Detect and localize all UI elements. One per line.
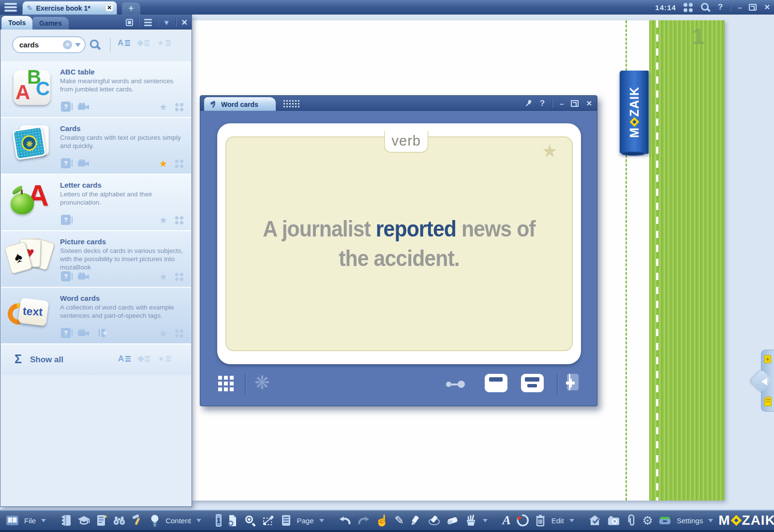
sort-by-favorite-button[interactable]: ★ — [157, 38, 170, 48]
eraser-icon[interactable] — [446, 514, 459, 527]
clipboard-icon[interactable] — [764, 398, 772, 406]
new-tab-button[interactable]: + — [122, 2, 140, 15]
favorite-star-icon[interactable]: ★ — [159, 215, 167, 226]
item-grid-icon[interactable] — [175, 216, 183, 224]
search-clear-icon[interactable]: ✕ — [63, 40, 72, 49]
dialog-minimize-button[interactable]: – — [560, 100, 564, 108]
dialog-tab[interactable]: Word cards — [204, 97, 276, 111]
pointer-hand-icon[interactable]: ☝ — [375, 514, 389, 527]
item-grid-icon[interactable] — [175, 160, 183, 168]
file-menu-chevron-icon[interactable] — [41, 519, 46, 525]
word-card[interactable]: verb ★ A journalist reported news of the… — [217, 123, 581, 364]
tab-close-icon[interactable]: ✕ — [106, 5, 113, 11]
item-help-icon[interactable]: ? — [61, 102, 71, 112]
drawing-tools-chevron-icon[interactable] — [483, 519, 488, 525]
favorite-star-icon-active[interactable]: ★ — [159, 158, 167, 169]
dialog-close-button[interactable]: ✕ — [586, 99, 592, 108]
favorite-star-icon[interactable]: ★ — [159, 102, 167, 113]
deck-grid-view-button[interactable] — [218, 376, 234, 391]
binoculars-icon[interactable] — [113, 514, 126, 527]
list-item-abc-table[interactable]: ABC ABC table Make meaningful words and … — [1, 61, 191, 118]
list-item-letter-cards[interactable]: A Letter cards Letters of the alphabet a… — [1, 175, 191, 231]
content-menu[interactable]: Content — [165, 517, 191, 525]
part-of-speech-tag[interactable]: verb — [384, 130, 429, 153]
sort-by-type-button[interactable] — [138, 354, 150, 364]
dialog-pin-icon[interactable] — [524, 99, 533, 108]
zoom-icon[interactable] — [244, 514, 257, 527]
settings-menu[interactable]: Settings — [677, 517, 703, 525]
search-input[interactable]: cards ✕ — [12, 36, 86, 53]
page-menu[interactable]: Page — [297, 517, 314, 525]
add-page-icon[interactable] — [227, 514, 238, 527]
marker-icon[interactable] — [428, 514, 441, 527]
graduation-cap-icon[interactable] — [77, 514, 90, 527]
document-icon[interactable] — [96, 514, 107, 527]
sort-by-type-button[interactable] — [138, 38, 149, 48]
settings-menu-chevron-icon[interactable] — [708, 519, 713, 525]
item-help-icon[interactable]: ? — [61, 158, 71, 168]
list-item-word-cards[interactable]: text Word cards A collection of word car… — [1, 288, 191, 344]
select-area-icon[interactable] — [262, 514, 275, 527]
panel-list-view-icon[interactable] — [144, 19, 152, 26]
sort-by-favorite-button[interactable]: ★ — [158, 354, 171, 364]
window-minimize-button[interactable]: – — [738, 3, 742, 12]
list-item-cards[interactable]: ❋ Cards Creating cards with text or pict… — [1, 118, 191, 175]
insert-into-book-button[interactable] — [564, 373, 580, 393]
tab-tools[interactable]: Tools — [1, 16, 32, 30]
search-history-chevron-icon[interactable] — [75, 43, 81, 50]
main-menu-icon[interactable] — [4, 3, 17, 12]
redo-button[interactable] — [357, 514, 370, 527]
drawing-tools-cup-icon[interactable] — [464, 514, 477, 527]
apps-grid-icon[interactable] — [684, 3, 693, 12]
card-layout-two-button[interactable] — [521, 374, 544, 392]
animation-icon[interactable] — [516, 514, 529, 527]
page-number-box[interactable]: 1 — [216, 514, 222, 527]
tab-games[interactable]: Games — [32, 17, 69, 30]
item-add-to-book-icon[interactable] — [98, 328, 107, 338]
dialog-help-icon[interactable]: ? — [540, 99, 545, 108]
list-item-picture-cards[interactable]: ♥ ♠ Picture cards Sixteen decks of cards… — [1, 231, 191, 288]
pen-tool-icon[interactable]: ✎ — [394, 514, 404, 527]
text-tool-icon[interactable]: A — [502, 513, 510, 528]
lightbulb-icon[interactable] — [149, 514, 160, 527]
card-size-toggle[interactable] — [446, 381, 465, 388]
favorite-star-icon[interactable]: ★ — [159, 271, 167, 282]
add-page-icon[interactable] — [764, 355, 771, 363]
show-all-row[interactable]: Σ Show all A ★ — [1, 344, 191, 375]
deck-theme-icon[interactable]: ❋ — [254, 372, 270, 393]
tools-hammer-icon[interactable] — [131, 514, 144, 527]
page-nav-left-arrow-icon[interactable] — [758, 378, 767, 385]
panel-close-icon[interactable]: ✕ — [181, 18, 188, 27]
undo-button[interactable] — [339, 514, 352, 527]
trash-icon[interactable] — [535, 514, 546, 527]
item-grid-icon[interactable] — [175, 329, 183, 338]
card-favorite-star-icon[interactable]: ★ — [542, 141, 558, 162]
sort-by-name-button[interactable]: A — [118, 38, 130, 48]
home-check-icon[interactable] — [589, 514, 602, 527]
item-grid-icon[interactable] — [175, 273, 183, 281]
window-close-button[interactable]: ✕ — [764, 3, 770, 12]
help-icon[interactable]: ? — [718, 2, 723, 12]
edit-menu[interactable]: Edit — [551, 517, 564, 525]
panel-collapse-icon[interactable]: ▼ — [163, 18, 170, 27]
mozaik-bookmark-ribbon[interactable]: M ZAIK — [620, 71, 649, 154]
page-menu-chevron-icon[interactable] — [319, 519, 324, 525]
item-video-icon[interactable] — [78, 329, 90, 338]
item-grid-icon[interactable] — [175, 103, 183, 111]
dialog-drag-handle[interactable] — [283, 100, 299, 107]
favorite-star-icon[interactable]: ★ — [159, 328, 167, 339]
item-video-icon[interactable] — [78, 272, 90, 281]
item-help-icon[interactable]: ? — [61, 271, 71, 281]
edit-menu-chevron-icon[interactable] — [569, 519, 574, 525]
camera-icon[interactable] — [607, 514, 620, 527]
item-video-icon[interactable] — [78, 103, 90, 111]
global-search-icon[interactable] — [700, 2, 711, 13]
card-layout-one-button[interactable] — [485, 374, 507, 392]
content-menu-chevron-icon[interactable] — [196, 519, 201, 525]
drawer-icon[interactable] — [658, 514, 671, 527]
search-button[interactable] — [89, 38, 101, 50]
notebook-icon[interactable] — [60, 514, 72, 527]
item-video-icon[interactable] — [78, 159, 90, 168]
file-book-icon[interactable] — [6, 514, 19, 527]
panel-detach-icon[interactable] — [126, 19, 133, 26]
